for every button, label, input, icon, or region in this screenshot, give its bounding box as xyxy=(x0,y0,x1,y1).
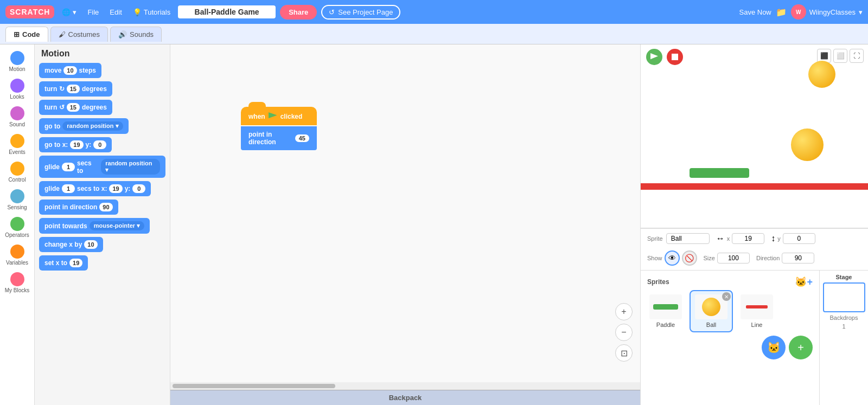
block-pointtowards[interactable]: point towards mouse-pointer ▾ xyxy=(39,218,150,234)
globe-button[interactable]: 🌐 ▾ xyxy=(59,6,80,18)
sprites-title: Sprites xyxy=(647,278,669,286)
show-visible-btn[interactable]: 👁 xyxy=(665,250,680,266)
block-glide1[interactable]: glide 1 secs to random position ▾ xyxy=(39,156,165,178)
brush-icon: 🖌 xyxy=(59,30,66,38)
category-variables[interactable]: Variables xyxy=(0,242,34,268)
show-hidden-btn[interactable]: 🚫 xyxy=(682,250,697,266)
block-row-turn-cw: turn ↻ 15 degrees xyxy=(39,81,165,97)
category-control[interactable]: Control xyxy=(0,159,34,185)
add-sprite-icon[interactable]: 🐱+ xyxy=(795,276,813,288)
block-turn-ccw[interactable]: turn ↺ 15 degrees xyxy=(39,100,112,115)
block-glide2-y[interactable]: 0 xyxy=(132,184,145,193)
block-gotoxy[interactable]: go to x: 19 y: 0 xyxy=(39,137,112,152)
block-glide1-input[interactable]: 1 xyxy=(62,163,75,171)
user-area[interactable]: W WiingyClasses ▾ xyxy=(791,4,863,20)
show-label: Show xyxy=(647,255,662,261)
sprite-ball-delete[interactable]: ✕ xyxy=(722,292,731,301)
y-label: y xyxy=(777,235,781,242)
block-pointdir[interactable]: point in direction 90 xyxy=(39,200,118,215)
edit-menu[interactable]: Edit xyxy=(106,6,125,18)
hat-block-when-clicked[interactable]: when clicked xyxy=(241,107,317,125)
block-changex[interactable]: change x by 10 xyxy=(39,237,103,252)
block-glide2[interactable]: glide 1 secs to x: 19 y: 0 xyxy=(39,181,151,196)
category-operators[interactable]: Operators xyxy=(0,215,34,240)
tab-bar: ⊞ Code 🖌 Costumes 🔊 Sounds xyxy=(0,24,868,44)
block-setx[interactable]: set x to 19 xyxy=(39,255,88,271)
user-name: WiingyClasses xyxy=(809,8,856,16)
folder-icon[interactable]: 📁 xyxy=(776,7,787,17)
block-changex-input[interactable]: 10 xyxy=(84,240,97,249)
script-area[interactable]: when clicked point in direction 45 xyxy=(170,44,640,405)
sprite-label: Sprite xyxy=(647,235,663,242)
block-turncw-input[interactable]: 15 xyxy=(67,85,80,93)
stack-block-input[interactable]: 45 xyxy=(295,134,309,142)
stage-backdrop-thumb[interactable] xyxy=(823,282,865,312)
sprite-name-input[interactable] xyxy=(666,233,710,244)
add-sprite-alt-button[interactable]: + xyxy=(789,336,813,359)
block-row-glide1: glide 1 secs to random position ▾ xyxy=(39,156,165,178)
category-events[interactable]: Events xyxy=(0,132,34,157)
script-block-group[interactable]: when clicked point in direction 45 xyxy=(241,107,317,150)
scroll-bar-area[interactable] xyxy=(170,382,640,390)
backdrops-number: 1 xyxy=(842,323,845,330)
category-myblocks[interactable]: My Blocks xyxy=(0,270,34,295)
stop-button[interactable] xyxy=(667,49,683,65)
sprite-card-line[interactable]: Line xyxy=(735,290,778,332)
tutorials-button[interactable]: 💡 Tutorials xyxy=(130,6,174,18)
sprite-info: Sprite ↔ x ↕ y Show 👁 🚫 Size xyxy=(641,229,868,271)
tutorials-label: Tutorials xyxy=(144,8,170,16)
stage-normal-btn[interactable]: ⬜ xyxy=(833,49,847,63)
category-operators-label: Operators xyxy=(5,232,29,238)
category-sensing[interactable]: Sensing xyxy=(0,187,34,213)
block-setx-input[interactable]: 19 xyxy=(69,259,82,267)
block-turn-cw[interactable]: turn ↻ 15 degrees xyxy=(39,81,112,97)
backpack-bar[interactable]: Backpack xyxy=(170,390,640,405)
y-input[interactable] xyxy=(783,233,815,244)
sprite-line-thumb xyxy=(741,294,773,319)
scroll-thumb[interactable] xyxy=(173,384,335,388)
stack-block-pointdir[interactable]: point in direction 45 xyxy=(241,126,317,150)
tab-costumes[interactable]: 🖌 Costumes xyxy=(50,27,108,42)
tab-sounds[interactable]: 🔊 Sounds xyxy=(110,27,162,42)
green-flag-button[interactable] xyxy=(646,49,662,65)
block-move-input[interactable]: 10 xyxy=(63,66,76,75)
scratch-logo[interactable]: SCRATCH xyxy=(5,5,54,18)
zoom-out-button[interactable]: − xyxy=(615,324,633,341)
file-menu[interactable]: File xyxy=(84,6,102,18)
tab-code[interactable]: ⊞ Code xyxy=(5,27,48,42)
add-sprite-button[interactable]: 🐱 xyxy=(762,336,786,359)
block-pointdir-input[interactable]: 90 xyxy=(99,203,112,211)
zoom-in-button[interactable]: + xyxy=(615,303,633,320)
category-sound[interactable]: Sound xyxy=(0,104,34,130)
see-project-button[interactable]: ↺ See Project Page xyxy=(321,5,400,20)
block-gotoxy-y[interactable]: 0 xyxy=(93,140,106,149)
fit-button[interactable]: ⊡ xyxy=(615,344,633,362)
block-pointtowards-dropdown[interactable]: mouse-pointer ▾ xyxy=(90,221,144,230)
sprite-list-area: Sprites 🐱+ Paddle ✕ xyxy=(641,271,819,405)
stage-area-right: Stage Backdrops 1 xyxy=(819,271,868,405)
category-variables-label: Variables xyxy=(6,260,28,266)
stage-fullscreen-btn[interactable]: ⛶ xyxy=(850,49,864,63)
sprite-card-ball[interactable]: ✕ Ball xyxy=(690,290,733,332)
block-glide2-x[interactable]: 19 xyxy=(109,184,122,193)
sprite-card-paddle[interactable]: Paddle xyxy=(644,290,687,332)
save-now-button[interactable]: Save Now xyxy=(739,8,771,16)
stage-line xyxy=(641,183,868,190)
x-input[interactable] xyxy=(732,233,764,244)
block-gotoxy-x[interactable]: 19 xyxy=(70,140,83,149)
size-input[interactable] xyxy=(717,253,750,263)
block-move[interactable]: move 10 steps xyxy=(39,63,101,78)
user-chevron: ▾ xyxy=(859,8,863,16)
direction-input[interactable] xyxy=(782,253,814,263)
category-motion[interactable]: Motion xyxy=(0,49,34,74)
block-goto[interactable]: go to random position ▾ xyxy=(39,118,129,134)
block-glide2-secs[interactable]: 1 xyxy=(62,184,75,193)
block-glide1-dropdown[interactable]: random position ▾ xyxy=(101,159,160,175)
block-turnccw-input[interactable]: 15 xyxy=(67,103,80,112)
category-looks[interactable]: Looks xyxy=(0,76,34,102)
share-button[interactable]: Share xyxy=(280,5,317,20)
stack-block-label: point in direction xyxy=(248,131,292,146)
block-goto-dropdown[interactable]: random position ▾ xyxy=(62,121,123,131)
category-looks-label: Looks xyxy=(10,94,24,100)
project-name-input[interactable] xyxy=(178,5,276,18)
